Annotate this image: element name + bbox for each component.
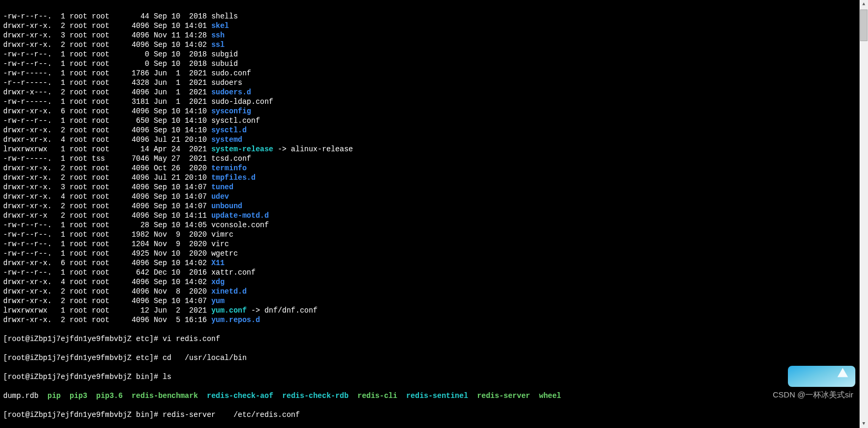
ls-row: drwxr-xr-x. 3 root root 4096 Sep 10 14:0… [3,182,865,192]
ls-row: drwxr-xr-x. 2 root root 4096 Sep 10 14:0… [3,296,865,306]
ls-row: drwxr-xr-x. 2 root root 4096 Sep 10 14:1… [3,125,865,135]
ls-row: -rw-r--r--. 1 root root 1204 Nov 9 2020 … [3,239,865,249]
scroll-up-icon[interactable]: ▲ [860,0,868,8]
ls-row: drwxr-xr-x. 2 root root 4096 Nov 8 2020 … [3,287,865,296]
ls-row: drwxr-xr-x. 6 root root 4096 Sep 10 14:1… [3,106,865,116]
ls-row: drwxr-xr-x. 2 root root 4096 Sep 10 14:0… [3,201,865,211]
scrollbar-thumb[interactable] [860,9,867,41]
vertical-scrollbar[interactable]: ▲ ▼ [860,0,868,428]
ls-listing: -rw-r--r--. 1 root root 44 Sep 10 2018 s… [3,12,865,325]
ls-row: drwxr-xr-x. 3 root root 4096 Nov 11 14:2… [3,31,865,40]
ls-row: drwxr-xr-x. 4 root root 4096 Sep 10 14:0… [3,192,865,201]
ls-row: drwxr-xr-x. 2 root root 4096 Sep 10 14:0… [3,21,865,31]
ls-row: -rw-r--r--. 1 root root 44 Sep 10 2018 s… [3,12,865,21]
cmd-line-redis-server: [root@iZbp1j7ejfdn1ye9fmbvbjZ bin]# redi… [3,410,865,420]
ls-row: drwxr-x---. 2 root root 4096 Jun 1 2021 … [3,87,865,97]
ls-row: -rw-r--r--. 1 root root 0 Sep 10 2018 su… [3,50,865,59]
cmd-line-cd: [root@iZbp1j7ejfdn1ye9fmbvbjZ etc]# cd /… [3,353,865,363]
ls-row: drwxr-xr-x. 2 root root 4096 Oct 26 2020… [3,163,865,173]
cmd-line-ls: [root@iZbp1j7ejfdn1ye9fmbvbjZ bin]# ls [3,372,865,382]
ls-row: -rw-r-----. 1 root tss 7046 May 27 2021 … [3,154,865,163]
ls-row: -rw-r--r--. 1 root root 0 Sep 10 2018 su… [3,59,865,69]
ls-bin-output: dump.rdb pip pip3 pip3.6 redis-benchmark… [3,391,865,401]
ls-row: -rw-r--r--. 1 root root 1982 Nov 9 2020 … [3,230,865,239]
ls-row: drwxr-xr-x. 4 root root 4096 Sep 10 14:0… [3,277,865,287]
ls-row: lrwxrwxrwx 1 root root 14 Apr 24 2021 sy… [3,144,865,154]
ls-row: drwxr-xr-x. 2 root root 4096 Nov 5 16:16… [3,315,865,325]
ls-row: -rw-r-----. 1 root root 3181 Jun 1 2021 … [3,97,865,106]
scroll-down-icon[interactable]: ▼ [860,420,868,428]
ls-row: drwxr-xr-x. 2 root root 4096 Jul 21 20:1… [3,173,865,182]
ls-row: -rw-r--r--. 1 root root 28 Sep 10 14:05 … [3,220,865,230]
ls-row: -rw-r--r--. 1 root root 650 Sep 10 14:10… [3,116,865,125]
terminal-output[interactable]: -rw-r--r--. 1 root root 44 Sep 10 2018 s… [0,0,868,428]
ls-row: -rw-r--r--. 1 root root 642 Dec 10 2016 … [3,268,865,277]
ls-row: -rw-r--r--. 1 root root 4925 Nov 10 2020… [3,249,865,258]
ls-row: -r--r-----. 1 root root 4328 Jun 1 2021 … [3,78,865,87]
ls-row: drwxr-xr-x 2 root root 4096 Sep 10 14:11… [3,211,865,220]
ls-row: lrwxrwxrwx 1 root root 12 Jun 2 2021 yum… [3,306,865,315]
ls-row: drwxr-xr-x. 6 root root 4096 Sep 10 14:0… [3,258,865,268]
ls-row: -rw-r-----. 1 root root 1786 Jun 1 2021 … [3,69,865,78]
cmd-line-vi: [root@iZbp1j7ejfdn1ye9fmbvbjZ etc]# vi r… [3,334,865,344]
ls-row: drwxr-xr-x. 2 root root 4096 Sep 10 14:0… [3,40,865,50]
ls-row: drwxr-xr-x. 4 root root 4096 Jul 21 20:1… [3,135,865,144]
